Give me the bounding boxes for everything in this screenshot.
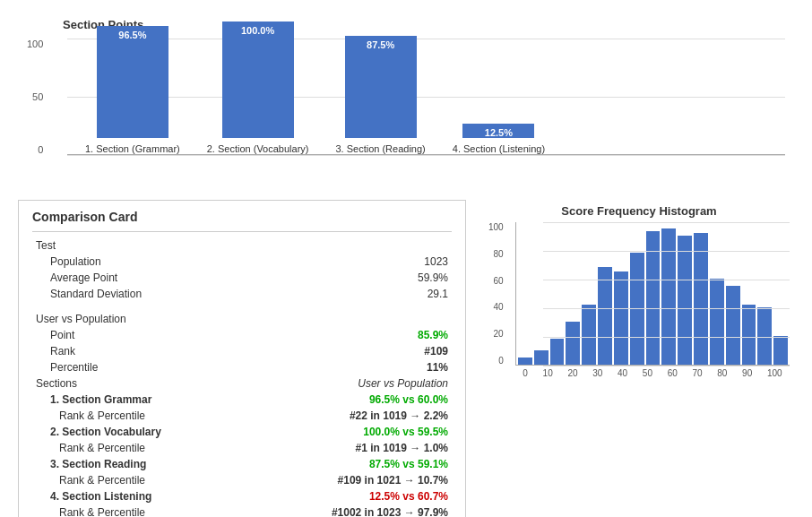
avg-point-value: 59.9% — [249, 270, 452, 286]
hist-x-label: 80 — [717, 368, 727, 378]
hist-x-label: 20 — [567, 368, 577, 378]
hist-y-axis: 100 80 60 40 20 0 — [488, 222, 506, 366]
user-vs-pop-header: User vs Population — [249, 375, 452, 392]
section1-rank: #22 in 1019 → 2.2% — [249, 408, 452, 424]
population-value: 1023 — [249, 254, 452, 270]
rank-value: #109 — [249, 343, 452, 359]
hist-x-label: 50 — [643, 368, 652, 378]
hist-x-labels: 0102030405060708090100 — [515, 368, 790, 378]
hist-bar — [550, 339, 565, 365]
hist-bar — [518, 358, 532, 365]
test-label: Test — [32, 237, 249, 254]
bar: 12.5% — [462, 124, 534, 138]
avg-point-label: Average Point — [32, 270, 249, 286]
section3-value: 87.5% vs 59.1% — [249, 456, 452, 472]
percentile-value: 11% — [249, 359, 452, 375]
hist-bar — [726, 286, 740, 365]
std-dev-value: 29.1 — [249, 286, 452, 302]
hist-x-label: 40 — [618, 368, 627, 378]
section2-value: 100.0% vs 59.5% — [249, 424, 452, 440]
user-vs-pop-spacer — [249, 311, 452, 327]
histogram-section: Score Frequency Histogram 100 80 60 40 2… — [484, 200, 794, 517]
hist-bars-area — [515, 222, 790, 366]
hist-x-label: 60 — [668, 368, 678, 378]
section3-rank-label: Rank & Percentile — [32, 472, 249, 488]
y-axis: 100 50 0 — [27, 39, 48, 155]
bars-area: 96.5%1. Section (Grammar)100.0%2. Sectio… — [67, 39, 785, 155]
hist-bar — [582, 305, 596, 365]
hist-bar — [614, 271, 628, 365]
section1-rank-label: Rank & Percentile — [32, 408, 249, 424]
bar-wrapper: 87.5%3. Section (Reading) — [335, 36, 425, 154]
hist-bar — [598, 267, 612, 365]
bar-group: 87.5%3. Section (Reading) — [335, 36, 425, 154]
hist-bar — [678, 236, 692, 365]
hist-bar — [742, 305, 756, 365]
bar-label: 3. Section (Reading) — [335, 143, 425, 154]
section4-rank: #1002 in 1023 → 97.9% — [249, 504, 452, 517]
section4-rank-label: Rank & Percentile — [32, 504, 249, 517]
hist-x-label: 90 — [742, 368, 752, 378]
user-vs-pop-label: User vs Population — [32, 311, 249, 327]
bar-chart-container: 100 50 0 96.5%1. Section (Grammar)100.0%… — [27, 39, 785, 182]
hist-x-label: 30 — [592, 368, 602, 378]
section4-value: 12.5% vs 60.7% — [249, 488, 452, 504]
bar-wrapper: 100.0%2. Section (Vocabulary) — [207, 22, 309, 154]
hist-bar — [757, 307, 772, 365]
hist-bar — [566, 322, 580, 365]
hist-bar — [534, 350, 549, 365]
point-label: Point — [32, 327, 249, 343]
bar-label: 4. Section (Listening) — [453, 143, 545, 154]
rank-label: Rank — [32, 343, 249, 359]
bar-wrapper: 96.5%1. Section (Grammar) — [85, 26, 180, 154]
bar-label: 2. Section (Vocabulary) — [207, 143, 309, 154]
bar-label: 1. Section (Grammar) — [85, 143, 180, 154]
bar: 100.0% — [222, 22, 294, 138]
section3-rank: #109 in 1021 → 10.7% — [249, 472, 452, 488]
section2-rank: #1 in 1019 → 1.0% — [249, 440, 452, 456]
comparison-table: Test Population 1023 Average Point 59.9%… — [32, 237, 452, 517]
point-value: 85.9% — [249, 327, 452, 343]
sections-label: Sections — [32, 375, 249, 392]
section3-name: 3. Section Reading — [32, 456, 249, 472]
section4-name: 4. Section Listening — [32, 488, 249, 504]
section2-rank-label: Rank & Percentile — [32, 440, 249, 456]
bar-group: 96.5%1. Section (Grammar) — [85, 26, 180, 154]
population-label: Population — [32, 254, 249, 270]
percentile-label: Percentile — [32, 359, 249, 375]
bar-group: 12.5%4. Section (Listening) — [453, 124, 545, 154]
hist-bar — [773, 336, 788, 365]
histogram-container: 100 80 60 40 20 0 0102030405060708090100 — [488, 222, 790, 401]
hist-bar — [661, 228, 676, 365]
bar-group: 100.0%2. Section (Vocabulary) — [207, 22, 309, 154]
bar: 87.5% — [345, 36, 417, 138]
hist-x-label: 0 — [523, 368, 528, 378]
histogram-title: Score Frequency Histogram — [488, 204, 790, 218]
bar-wrapper: 12.5%4. Section (Listening) — [453, 124, 545, 154]
hist-bar — [694, 233, 708, 365]
section1-name: 1. Section Grammar — [32, 392, 249, 408]
hist-x-label: 10 — [543, 368, 553, 378]
hist-bar — [646, 231, 661, 365]
bottom-section: Comparison Card Test Population 1023 Ave… — [9, 191, 803, 517]
hist-x-label: 100 — [767, 368, 782, 378]
hist-x-label: 70 — [692, 368, 702, 378]
section2-name: 2. Section Vocabulary — [32, 424, 249, 440]
bar: 96.5% — [97, 26, 168, 138]
hist-bar — [630, 253, 644, 365]
section1-value: 96.5% vs 60.0% — [249, 392, 452, 408]
comparison-card: Comparison Card Test Population 1023 Ave… — [18, 200, 466, 517]
test-value — [249, 237, 452, 254]
std-dev-label: Standard Deviation — [32, 286, 249, 302]
comparison-title: Comparison Card — [32, 210, 452, 224]
hist-bar — [710, 279, 724, 365]
top-chart-section: Section Points 100 50 0 96.5%1. Section … — [9, 9, 803, 191]
